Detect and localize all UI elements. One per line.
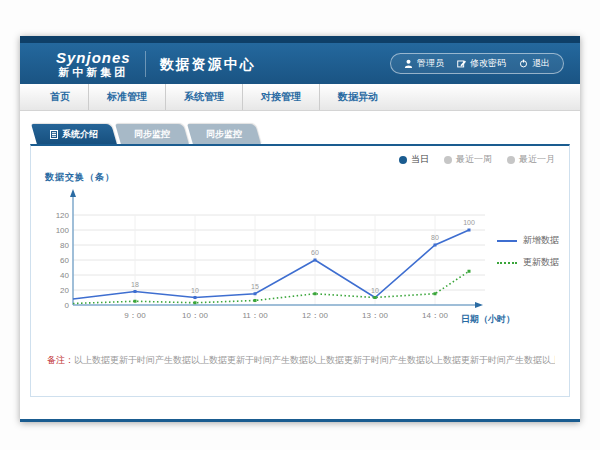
nav-item-4[interactable]: 数据异动 (320, 84, 396, 110)
x-axis-title: 日期（小时） (461, 313, 515, 326)
logout-icon (519, 59, 528, 68)
svg-text:0: 0 (65, 301, 70, 310)
main-nav: 首页标准管理系统管理对接管理数据异动 (20, 84, 580, 111)
svg-text:40: 40 (60, 271, 69, 280)
svg-text:12：00: 12：00 (302, 311, 328, 320)
legend-label: 新增数据 (523, 234, 559, 247)
tab-label: 同步监控 (206, 128, 242, 141)
svg-text:20: 20 (60, 286, 69, 295)
radio-icon (444, 156, 452, 164)
desktop-canvas: Synjones 新中新集团 数据资源中心 管理员修改密码退出 首页标准管理系统… (0, 0, 600, 450)
radio-icon (507, 156, 515, 164)
y-axis-title: 数据交换（条） (45, 171, 115, 184)
page-title: 数据资源中心 (145, 51, 256, 77)
nav-item-3[interactable]: 对接管理 (243, 84, 320, 110)
time-filter: 当日最近一周最近一月 (399, 153, 555, 166)
svg-text:100: 100 (463, 219, 475, 226)
logo-text: Synjones (56, 49, 131, 66)
user-item-label: 管理员 (417, 57, 444, 70)
footnote-text: 以上数据更新于时间产生数据以上数据更新于时间产生数据以上数据更新于时间产生数据以… (74, 355, 555, 365)
tab-0[interactable]: 系统介绍 (34, 124, 114, 144)
svg-text:11：00: 11：00 (242, 311, 268, 320)
legend-label: 更新数据 (523, 256, 559, 269)
svg-text:10：00: 10：00 (182, 311, 208, 320)
chart-legend: 新增数据更新数据 (497, 234, 559, 269)
tab-label: 同步监控 (134, 128, 170, 141)
edit-icon (457, 59, 466, 68)
tab-2[interactable]: 同步监控 (190, 124, 258, 144)
tab-label: 系统介绍 (62, 128, 98, 141)
user-icon (404, 59, 413, 68)
legend-line-sample (497, 262, 517, 264)
radio-icon (399, 156, 407, 164)
document-icon (50, 130, 58, 139)
logout-button[interactable]: 退出 (519, 57, 550, 70)
user-bar: 管理员修改密码退出 (390, 53, 564, 74)
filter-option-1[interactable]: 最近一周 (444, 153, 492, 166)
svg-text:18: 18 (131, 281, 139, 288)
svg-text:13：00: 13：00 (362, 311, 388, 320)
svg-text:100: 100 (56, 226, 70, 235)
tab-1[interactable]: 同步监控 (118, 124, 186, 144)
logo-subtext: 新中新集团 (56, 66, 131, 79)
legend-item-1: 更新数据 (497, 256, 559, 269)
line-chart: 0204060801001209：0010：0011：0012：0013：001… (45, 187, 490, 334)
user-button[interactable]: 管理员 (404, 57, 444, 70)
svg-text:120: 120 (56, 211, 70, 220)
svg-text:10: 10 (371, 287, 379, 294)
nav-item-2[interactable]: 系统管理 (166, 84, 243, 110)
filter-label: 最近一周 (456, 153, 492, 166)
svg-text:14：00: 14：00 (422, 311, 448, 320)
filter-label: 最近一月 (519, 153, 555, 166)
footnote: 备注：以上数据更新于时间产生数据以上数据更新于时间产生数据以上数据更新于时间产生… (47, 354, 555, 367)
tab-bar: 系统介绍同步监控同步监控 (34, 124, 580, 144)
filter-option-2[interactable]: 最近一月 (507, 153, 555, 166)
svg-text:15: 15 (251, 283, 259, 290)
content-panel: 当日最近一周最近一月 数据交换（条） 0204060801001209：0010… (30, 144, 570, 397)
svg-text:9：00: 9：00 (124, 311, 146, 320)
brand-logo: Synjones 新中新集团 (56, 49, 131, 79)
edit-button[interactable]: 修改密码 (457, 57, 506, 70)
svg-text:60: 60 (60, 256, 69, 265)
nav-item-1[interactable]: 标准管理 (89, 84, 166, 110)
svg-text:80: 80 (60, 241, 69, 250)
filter-label: 当日 (411, 153, 429, 166)
nav-item-0[interactable]: 首页 (32, 84, 89, 110)
svg-text:10: 10 (191, 287, 199, 294)
user-item-label: 退出 (532, 57, 550, 70)
app-window: Synjones 新中新集团 数据资源中心 管理员修改密码退出 首页标准管理系统… (20, 36, 580, 422)
app-header: Synjones 新中新集团 数据资源中心 管理员修改密码退出 (20, 43, 580, 84)
legend-item-0: 新增数据 (497, 234, 559, 247)
top-strip (20, 36, 580, 43)
legend-line-sample (497, 240, 517, 242)
footnote-prefix: 备注： (47, 355, 74, 365)
user-item-label: 修改密码 (470, 57, 506, 70)
svg-text:60: 60 (311, 249, 319, 256)
svg-text:80: 80 (431, 234, 439, 241)
filter-option-0[interactable]: 当日 (399, 153, 429, 166)
